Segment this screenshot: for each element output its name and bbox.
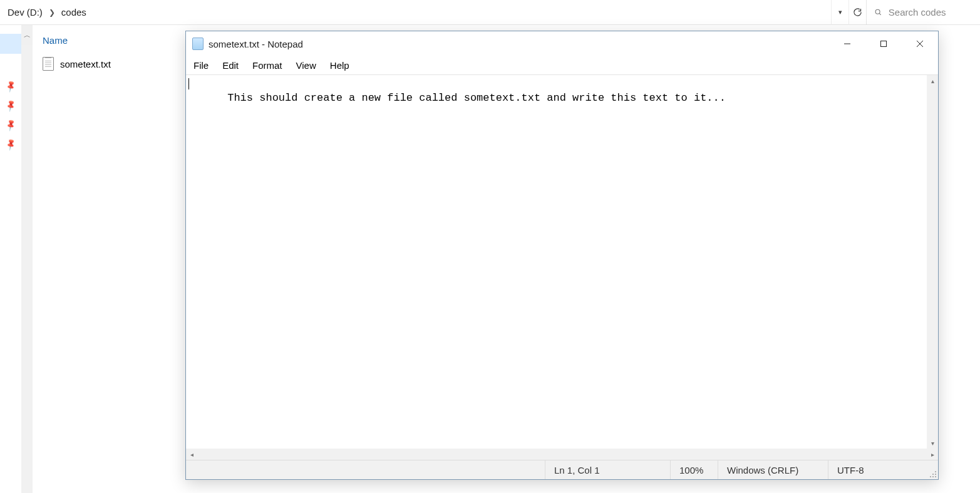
svg-rect-3: [881, 41, 887, 47]
scroll-up-icon[interactable]: ▴: [927, 75, 938, 86]
resize-grip-icon: [929, 470, 937, 478]
titlebar[interactable]: sometext.txt - Notepad: [186, 31, 938, 56]
vertical-scrollbar[interactable]: ▴ ▾: [927, 75, 938, 449]
maximize-icon: [880, 40, 887, 48]
svg-line-1: [879, 13, 881, 15]
text-file-icon: [43, 57, 54, 71]
menu-file[interactable]: File: [191, 59, 211, 72]
scroll-right-icon[interactable]: ▸: [927, 449, 938, 460]
search-icon: [874, 8, 882, 17]
file-row[interactable]: sometext.txt: [43, 54, 168, 73]
address-dropdown-button[interactable]: ▾: [831, 0, 848, 25]
menu-bar: File Edit Format View Help: [186, 56, 938, 75]
refresh-button[interactable]: [848, 0, 866, 25]
explorer-address-bar: Dev (D:) ❯ codes ▾: [0, 0, 980, 25]
status-spacer: [186, 460, 545, 479]
svg-point-7: [932, 476, 934, 477]
text-editor[interactable]: This should create a new file called som…: [186, 75, 927, 449]
svg-point-11: [935, 471, 936, 472]
scroll-left-icon[interactable]: ◂: [186, 449, 197, 460]
chevron-right-icon: ❯: [49, 8, 55, 17]
svg-point-0: [875, 9, 880, 14]
nav-selected-item[interactable]: [0, 34, 21, 54]
text-cursor: [188, 78, 189, 89]
menu-format[interactable]: Format: [250, 59, 285, 72]
refresh-icon: [853, 8, 862, 17]
status-line-ending: Windows (CRLF): [718, 460, 828, 479]
file-name: sometext.txt: [60, 59, 111, 69]
scroll-up-button[interactable]: ︿: [21, 25, 33, 45]
status-bar: Ln 1, Col 1 100% Windows (CRLF) UTF-8: [186, 460, 938, 479]
breadcrumb-root[interactable]: Dev (D:): [8, 7, 43, 18]
close-button[interactable]: [902, 31, 938, 56]
menu-edit[interactable]: Edit: [220, 59, 241, 72]
svg-point-6: [935, 476, 936, 477]
scroll-down-icon[interactable]: ▾: [927, 437, 938, 449]
search-box[interactable]: [866, 0, 980, 25]
maximize-button[interactable]: [865, 31, 902, 56]
status-encoding: UTF-8: [828, 460, 927, 479]
notepad-window: sometext.txt - Notepad File Edit Format …: [185, 31, 939, 480]
resize-grip[interactable]: [927, 460, 938, 479]
window-title: sometext.txt - Notepad: [209, 39, 303, 49]
minimize-button[interactable]: [829, 31, 865, 56]
menu-help[interactable]: Help: [328, 59, 352, 72]
status-zoom: 100%: [670, 460, 718, 479]
menu-view[interactable]: View: [294, 59, 319, 72]
svg-point-8: [930, 476, 931, 477]
minimize-icon: [843, 40, 851, 48]
horizontal-scrollbar[interactable]: ◂ ▸: [186, 449, 938, 460]
svg-point-9: [935, 474, 936, 475]
nav-scrollbar[interactable]: ︿: [21, 25, 33, 493]
status-position: Ln 1, Col 1: [545, 460, 670, 479]
search-input[interactable]: [889, 7, 972, 18]
notepad-app-icon: [192, 38, 204, 50]
close-icon: [916, 40, 924, 48]
breadcrumb-child[interactable]: codes: [61, 7, 86, 18]
editor-area: This should create a new file called som…: [186, 75, 938, 449]
editor-content: This should create a new file called som…: [227, 92, 726, 104]
nav-tree-strip: 📌 📌 📌 📌: [0, 25, 21, 493]
svg-point-10: [932, 474, 934, 475]
nav-pane: 📌 📌 📌 📌 ︿: [0, 25, 33, 493]
breadcrumb[interactable]: Dev (D:) ❯ codes: [0, 7, 831, 18]
